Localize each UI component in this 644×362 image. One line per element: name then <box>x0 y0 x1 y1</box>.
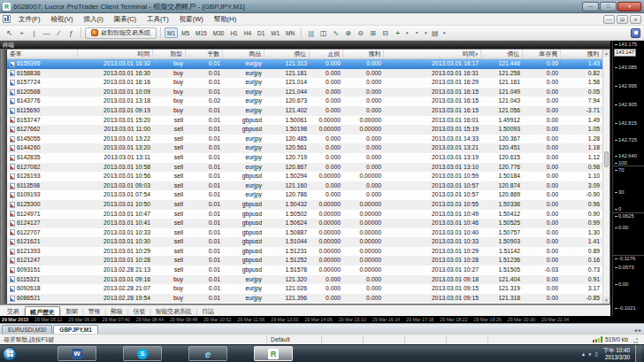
column-header-5[interactable]: 價位 <box>264 50 310 58</box>
table-row[interactable]: 61249712013.03.01 10:47sell0.01gbpusd1.5… <box>7 210 602 220</box>
menu-item-4[interactable]: 工具(T) <box>142 13 174 25</box>
timeframe-h1[interactable]: H1 <box>227 27 240 38</box>
timeframe-m30[interactable]: M30 <box>211 27 227 38</box>
menu-item-6[interactable]: 幫助(H) <box>209 13 242 25</box>
table-row[interactable]: 61261932013.03.01 10:56sell0.01gbpusd1.5… <box>7 172 602 181</box>
terminal-tab-4[interactable]: 郵箱 <box>106 306 127 316</box>
scroll-up-icon[interactable]: ▴ <box>603 50 610 57</box>
chart-tab-0[interactable]: EURUSDi,M30 <box>2 325 52 334</box>
terminal-tab-7[interactable]: 日誌 <box>197 306 218 316</box>
status-profile[interactable]: Default <box>267 335 322 344</box>
child-restore-button[interactable]: ⊡ <box>617 15 628 24</box>
table-row[interactable]: 61212472013.03.01 10:28sell0.01gbpusd1.5… <box>7 256 602 266</box>
menu-item-3[interactable]: 圖表(C) <box>109 13 142 25</box>
close-button[interactable]: × <box>617 2 641 12</box>
tray-volume-icon[interactable]: ▯ <box>595 345 598 362</box>
tile-windows-icon[interactable]: ⊞ <box>367 27 379 39</box>
resize-grip[interactable] <box>631 335 639 344</box>
table-row[interactable]: 61537472013.03.01 15:20sell0.01gbpusd1.5… <box>7 116 602 126</box>
column-header-9[interactable]: 價位 <box>481 50 523 58</box>
table-scrollbar[interactable]: ▴ ▾ <box>602 50 610 304</box>
table-row[interactable]: 61135982013.03.01 09:03sell0.01eurjpy121… <box>7 181 602 191</box>
column-header-1[interactable]: 時間 <box>78 50 153 58</box>
menu-item-2[interactable]: 插入(I) <box>79 13 109 25</box>
table-row[interactable]: 61442602013.03.01 13:20sell0.01eurjpy120… <box>7 143 602 153</box>
terminal-tab-1[interactable]: 帳戶歷史 <box>25 306 59 316</box>
timeframe-w1[interactable]: W1 <box>268 27 282 38</box>
candlestick-chart-icon[interactable]: ◫ <box>318 27 329 39</box>
zoom-out-icon[interactable]: ⊖ <box>355 27 366 39</box>
trendline-tool-icon[interactable]: ∕ <box>53 27 65 39</box>
tray-hidden-icons-arrow[interactable]: ▴ <box>582 345 585 362</box>
child-minimize-button[interactable]: — <box>603 15 615 24</box>
scrollbar-thumb[interactable] <box>604 151 609 167</box>
column-header-3[interactable]: 手數 <box>186 50 223 58</box>
templates-icon-dropdown[interactable]: ▾ <box>441 30 447 35</box>
skype-taskbar-icon-button[interactable]: S <box>123 346 162 361</box>
tab-scroll-right-icon[interactable]: ▸ <box>639 327 641 333</box>
table-row[interactable]: 61437762013.03.01 13:18buy0.02eurjpy120.… <box>7 96 602 106</box>
table-row[interactable]: 61253002013.03.01 10:50sell0.01gbpusd1.5… <box>7 200 602 210</box>
table-row[interactable]: 60926182013.02.28 21:07buy0.01eurjpy121.… <box>7 284 602 294</box>
timeframe-d1[interactable]: D1 <box>255 27 267 38</box>
terminal-tab-0[interactable]: 交易 <box>3 306 24 316</box>
table-row[interactable]: 61270822013.03.01 10:58sell0.01eurjpy120… <box>7 163 602 173</box>
period-icon[interactable]: ◔ <box>410 27 422 39</box>
table-row[interactable]: 61428352013.03.01 13:11sell0.01eurjpy120… <box>7 153 602 163</box>
table-row[interactable]: 61588362013.03.01 16:30buy0.01eurjpy121.… <box>7 69 602 79</box>
vertical-line-tool-icon[interactable]: | <box>28 27 40 39</box>
zoom-in-icon[interactable]: ⊕ <box>342 27 354 39</box>
chart-tab-1[interactable]: GBPJPY,M1 <box>53 325 98 334</box>
column-header-0[interactable]: 委單 <box>7 50 78 58</box>
table-row[interactable]: 61593952013.03.01 16:32buy0.01eurjpy121.… <box>7 59 602 69</box>
terminal-tab-2[interactable]: 新聞 <box>61 306 82 316</box>
terminal-tab-6[interactable]: 智能交易系统 <box>151 306 196 316</box>
tray-network-icon[interactable]: ● <box>588 345 592 362</box>
table-row[interactable]: 61153212013.03.01 09:16buy0.01eurjpy121.… <box>7 275 602 285</box>
menu-item-1[interactable]: 檢視(V) <box>46 13 79 25</box>
timeframe-m5[interactable]: M5 <box>179 27 192 38</box>
cursor-tool-icon[interactable]: ↖ <box>4 27 15 39</box>
terminal-tab-5[interactable]: 信號 <box>128 306 150 316</box>
table-row[interactable]: 61450552013.03.01 13:22sell0.01eurjpy120… <box>7 135 602 144</box>
table-row[interactable]: 61156902013.03.01 09:19buy0.01eurjpy121.… <box>7 106 602 116</box>
table-row[interactable]: 61276622013.03.01 11:00sell0.01gbpusd1.5… <box>7 125 602 135</box>
column-header-8[interactable]: 時間▾ <box>384 50 481 58</box>
tab-scroll-left-icon[interactable]: ◂ <box>634 327 637 333</box>
terminal-tab-3[interactable]: 警報 <box>84 306 105 316</box>
community-icon[interactable] <box>631 28 640 38</box>
timeframe-mn[interactable]: MN <box>283 27 297 38</box>
column-header-7[interactable]: 獲利 <box>343 50 384 58</box>
terminal-caption[interactable]: 終端 <box>0 41 610 49</box>
timeframe-m15[interactable]: M15 <box>193 27 210 38</box>
column-header-2[interactable]: 類型 <box>153 50 186 58</box>
menu-item-0[interactable]: 文件(F) <box>13 13 46 25</box>
cascade-windows-icon[interactable]: ⊟ <box>380 27 391 39</box>
minimize-button[interactable]: — <box>582 2 599 12</box>
table-row[interactable]: 61227072013.03.01 10:33sell0.01gbpusd1.5… <box>7 228 602 238</box>
protrader-taskbar-icon-button[interactable]: R <box>254 346 293 361</box>
indicators-icon-dropdown[interactable]: ▾ <box>404 30 410 35</box>
table-row[interactable]: 61213932013.03.01 10:29sell0.01gbpusd1.5… <box>7 247 602 257</box>
templates-icon[interactable]: ▤ <box>429 27 441 39</box>
expert-advisor-button[interactable]: 啟動智能交易系统 <box>85 27 157 39</box>
column-header-11[interactable]: 獲利 <box>561 50 602 58</box>
timeframe-m1[interactable]: M1 <box>165 27 178 38</box>
table-row[interactable]: 60931512013.02.28 21:13sell0.01gbpusd1.5… <box>7 266 602 275</box>
column-header-10[interactable]: 庫存費 <box>523 50 561 58</box>
table-row[interactable]: 61205682013.03.01 10:09buy0.01eurjpy121.… <box>7 88 602 97</box>
taskbar-clock[interactable]: 下午 10:40 2013/3/30 <box>602 347 632 360</box>
indicators-icon[interactable]: + <box>392 27 403 39</box>
child-close-button[interactable]: × <box>630 15 641 24</box>
table-row[interactable]: 61091932013.03.01 07:54sell0.01eurjpy120… <box>7 190 602 200</box>
table-row[interactable]: 61241272013.03.01 10:41sell0.01gbpusd1.5… <box>7 219 602 228</box>
menu-item-5[interactable]: 視窗(W) <box>174 13 209 25</box>
bar-chart-icon[interactable]: ||| <box>305 27 317 39</box>
column-header-6[interactable]: 止損 <box>310 50 343 58</box>
fibonacci-tool-icon[interactable]: ƒ <box>65 27 77 39</box>
scroll-down-icon[interactable]: ▾ <box>603 297 610 304</box>
timeframe-h4[interactable]: H4 <box>242 27 254 38</box>
show-desktop-button[interactable] <box>635 345 641 362</box>
start-button[interactable] <box>3 347 17 361</box>
table-row[interactable]: 60865212013.02.28 19:54buy0.01eurjpy121.… <box>7 294 602 304</box>
